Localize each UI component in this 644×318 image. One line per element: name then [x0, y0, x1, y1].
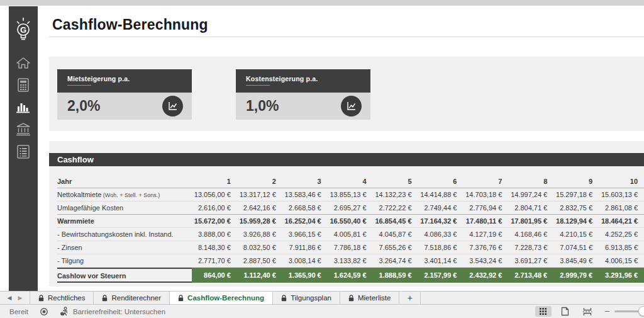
table-cell: 7.376,76 €	[463, 244, 508, 251]
calculator-icon[interactable]	[9, 78, 38, 92]
table-cell: 2.804,71 €	[508, 204, 553, 212]
table-cell: 13.855,13 €	[328, 191, 373, 198]
table-cell: 2.832,75 €	[553, 204, 599, 212]
table-cell: 17.480,11 €	[463, 217, 508, 225]
column-header: 2	[237, 178, 282, 185]
table-row: - Tilgung2.771,70 €2.887,50 €3.008,14 €3…	[57, 254, 644, 268]
table-row: Warmmiete15.672,00 €15.959,28 €16.252,04…	[57, 215, 644, 228]
table-cell: 14.703,18 €	[463, 191, 508, 198]
row-header-label: Jahr	[57, 178, 192, 185]
total-cell: 2.999,79 €	[553, 271, 599, 279]
cashflow-panel: Cashflow Jahr 12345678910 Nettokaltmiete…	[49, 141, 644, 287]
bar-chart-icon[interactable]	[9, 100, 38, 114]
total-cell: 864,00 €	[192, 271, 237, 279]
sheet-tab-rechtliches[interactable]: Rechtliches	[30, 292, 94, 304]
zoom-slider[interactable]	[614, 310, 644, 312]
total-row-label: Cashlow vor Steuern	[57, 268, 192, 283]
total-cell: 1.112,40 €	[237, 271, 282, 279]
table-cell: 3.008,14 €	[282, 257, 328, 264]
grid-view-button[interactable]	[535, 306, 552, 317]
table-cell: 3.966,15 €	[282, 230, 328, 238]
table-cell: 3.401,14 €	[418, 257, 464, 264]
total-cell: 2.157,99 €	[418, 271, 464, 279]
status-left: Bereit ! Barrierefreiheit: Untersuchen	[0, 307, 165, 316]
sheet-tab-renditerechner[interactable]: Renditerechner	[94, 292, 170, 304]
table-cell: 3.691,27 €	[508, 257, 553, 264]
sheet-tab-label: Renditerechner	[111, 294, 161, 302]
sheet-nav: ◀ ▶	[0, 292, 30, 304]
table-cell: 18.129,94 €	[553, 217, 599, 225]
table-cell: 15.603,13 €	[599, 191, 644, 198]
table-cell: 2.616,00 €	[192, 204, 237, 212]
sheet-tab-tilgungsplan[interactable]: Tilgungsplan	[273, 292, 340, 304]
kpi-card-body: 2,0%	[57, 93, 192, 120]
sheet-tab-label: Mieterliste	[358, 294, 391, 302]
table-header-row: Jahr 12345678910	[57, 175, 644, 188]
macro-record-icon[interactable]	[40, 307, 48, 316]
table-cell: 2.722,22 €	[373, 204, 418, 212]
section-header: Cashflow	[49, 153, 644, 166]
table-cell: 8.148,30 €	[192, 244, 237, 251]
table-cell: 7.786,18 €	[328, 244, 373, 251]
table-cell: 15.959,28 €	[237, 217, 282, 225]
home-icon[interactable]	[9, 57, 38, 69]
sheet-tab-bar: ◀ ▶ RechtlichesRenditerechnerCashflow-Be…	[0, 291, 644, 305]
sidebar: G	[9, 6, 38, 291]
table-cell: 15.672,00 €	[192, 217, 237, 225]
page-break-view-button[interactable]	[579, 306, 596, 317]
table-row: Nettokaltmiete (Woh. + Stell. + Sons.)13…	[57, 188, 644, 202]
table-cell: 2.887,50 €	[237, 257, 282, 264]
kpi-value[interactable]: 1,0%	[246, 93, 279, 120]
next-sheet-arrow-icon[interactable]: ▶	[18, 295, 23, 301]
kpi-value[interactable]: 2,0%	[67, 93, 100, 120]
table-cell: 18.464,21 €	[599, 217, 644, 225]
zoom-slider-handle[interactable]	[638, 306, 644, 316]
lock-icon	[281, 295, 287, 302]
table-row: - Bewirtschatungskosten inkl. Instand.3.…	[57, 228, 644, 241]
title-divider	[49, 37, 644, 37]
table-cell: 13.583,46 €	[282, 191, 328, 198]
accessibility-checker[interactable]: ! Barrierefreiheit: Untersuchen	[60, 307, 165, 316]
page-layout-view-button[interactable]	[557, 306, 574, 317]
line-chart-button[interactable]	[162, 96, 183, 116]
list-icon[interactable]	[9, 145, 38, 159]
row-label: Warmmiete	[57, 217, 192, 225]
svg-text:!: !	[62, 312, 62, 315]
row-label: - Bewirtschatungskosten inkl. Instand.	[57, 230, 192, 238]
sheet-tab-cashflow-berechnung[interactable]: Cashflow-Berechnung	[170, 292, 273, 304]
table-cell: 4.252,25 €	[599, 230, 644, 238]
table-cell: 2.776,94 €	[463, 204, 508, 212]
page-layout-icon	[561, 307, 569, 316]
window-top-strip	[0, 0, 644, 6]
total-cell: 1.888,59 €	[373, 271, 418, 279]
table-cell: 4.086,33 €	[418, 230, 464, 238]
prev-sheet-arrow-icon[interactable]: ◀	[8, 295, 12, 301]
total-cell: 2.713,48 €	[508, 271, 553, 279]
total-cell: 1.624,59 €	[328, 271, 373, 279]
status-right: –	[535, 305, 644, 318]
bank-icon[interactable]	[9, 122, 38, 136]
column-header: 3	[282, 178, 328, 185]
add-sheet-button[interactable]: +	[399, 292, 421, 304]
sheet-tab-mieterliste[interactable]: Mieterliste	[340, 292, 399, 304]
column-header: 1	[192, 178, 237, 185]
table-cell: 7.228,73 €	[508, 244, 553, 251]
kpi-label-underline	[67, 85, 91, 86]
table-cell: 2.771,70 €	[192, 257, 237, 264]
line-chart-button[interactable]	[341, 96, 362, 116]
table-cell: 4.210,15 €	[553, 230, 599, 238]
lock-icon	[348, 295, 354, 302]
line-chart-icon	[345, 100, 357, 112]
kpi-card-kostensteigerung: Kostensteigerung p.a. 1,0%	[236, 69, 370, 120]
table-cell: 13.317,12 €	[237, 191, 282, 198]
total-row: Cashlow vor Steuern 864,00 €1.112,40 €1.…	[57, 268, 644, 283]
table-cell: 14.132,23 €	[373, 191, 418, 198]
table-cell: 14.997,24 €	[508, 191, 553, 198]
table-cell: 2.749,44 €	[418, 204, 464, 212]
kpi-card-body: 1,0%	[236, 93, 370, 120]
column-header: 7	[463, 178, 508, 185]
table-cell: 3.926,88 €	[237, 230, 282, 238]
table-row: - Zinsen8.148,30 €8.032,50 €7.911,86 €7.…	[57, 241, 644, 254]
kpi-card-header: Mietsteigerung p.a.	[57, 69, 192, 93]
zoom-out-button[interactable]: –	[605, 306, 609, 315]
